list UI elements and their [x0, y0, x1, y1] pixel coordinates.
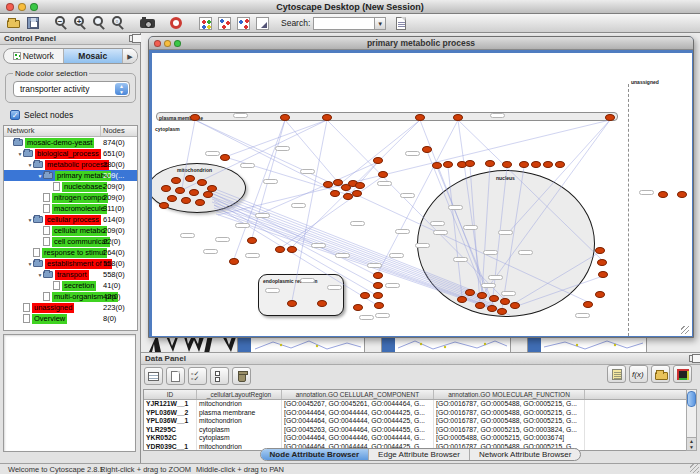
select-nodes-checkbox[interactable]: ✓ [10, 110, 20, 120]
network-view-window[interactable]: primary metabolic process plasma membran… [148, 36, 694, 338]
tree-row[interactable]: ▼primary metabo209(... [4, 170, 137, 181]
attribute-table-header[interactable]: ID_cellularLayoutRegionannotation.GO CEL… [144, 390, 687, 400]
column-header[interactable]: annotation.GO CELLULAR_COMPONENT [282, 390, 434, 399]
tree-header[interactable]: Network Nodes [4, 126, 137, 137]
tab-overflow-arrow-icon[interactable]: ▶ [123, 49, 137, 63]
network-canvas[interactable]: plasma membrane cytoplasm mitochondrion … [152, 53, 692, 336]
graph-node[interactable] [487, 305, 497, 312]
search-dropdown-arrow-icon[interactable]: ▼ [375, 17, 386, 30]
graph-node[interactable] [229, 258, 239, 265]
tree-row[interactable]: ▼cellular process614(0) [4, 214, 137, 225]
tree-row[interactable]: cell communicat22(0) [4, 236, 137, 247]
tree-row[interactable]: response to stimul264(0) [4, 247, 137, 258]
attribute-grid-icon[interactable] [144, 367, 163, 385]
graph-node[interactable] [658, 191, 668, 198]
help-icon[interactable] [168, 15, 186, 31]
tab-mosaic[interactable]: Mosaic [64, 49, 124, 63]
graph-node[interactable] [287, 300, 297, 307]
tree-row[interactable]: ▼establishment of lo558(0) [4, 258, 137, 269]
graph-node[interactable] [510, 302, 520, 309]
network-edges-icon[interactable] [235, 15, 253, 31]
graph-node[interactable] [422, 146, 432, 153]
tree-row[interactable]: nucleobase-209(0) [4, 181, 137, 192]
tree-row[interactable]: multi-organism pro42(0) [4, 291, 137, 302]
graph-node[interactable] [677, 191, 687, 198]
minimize-icon[interactable] [18, 3, 26, 11]
graph-node[interactable] [185, 175, 195, 182]
background-window-fragment[interactable] [381, 336, 511, 353]
graph-node[interactable] [595, 247, 605, 254]
graph-node[interactable] [443, 161, 453, 168]
graph-node[interactable] [531, 161, 541, 168]
graph-node[interactable] [432, 162, 442, 169]
tree-row[interactable]: secretion41(0) [4, 280, 137, 291]
graph-node[interactable] [555, 161, 565, 168]
graph-node[interactable] [373, 157, 383, 164]
graph-node[interactable] [475, 302, 485, 309]
network-nodes-icon[interactable] [216, 15, 234, 31]
node-color-dropdown[interactable]: transporter activity ▲▼ [13, 81, 130, 97]
tree-row[interactable]: cellular metabo209(0) [4, 225, 137, 236]
tab-node-attribute-browser[interactable]: Node Attribute Browser [261, 449, 370, 460]
graph-node[interactable] [207, 185, 217, 192]
tree-row[interactable]: Overview8(0) [4, 313, 137, 324]
tree-row[interactable]: mosaic-demo-yeast874(0) [4, 137, 137, 148]
table-row[interactable]: YKR052Ccytoplasm[GO:0044464, GO:0044446,… [144, 434, 687, 443]
graph-node[interactable] [280, 114, 290, 121]
attribute-matrix-icon[interactable] [673, 365, 692, 383]
graph-node[interactable] [543, 161, 553, 168]
attribute-notes-icon[interactable] [607, 365, 626, 383]
table-row[interactable]: YPL036W__1mitochondrion[GO:0044464, GO:0… [144, 417, 687, 426]
graph-node[interactable] [500, 298, 510, 305]
graph-node[interactable] [161, 185, 171, 192]
background-window-fragment[interactable] [237, 336, 365, 353]
window-resize-grip[interactable] [690, 464, 699, 473]
graph-node[interactable] [465, 289, 475, 296]
float-panel-icon[interactable] [129, 35, 137, 42]
graph-node[interactable] [373, 272, 383, 279]
tree-row[interactable]: ▼biological_process651(0) [4, 148, 137, 159]
graph-node[interactable] [275, 246, 285, 253]
float-panel-icon[interactable] [689, 355, 697, 362]
graph-node[interactable] [287, 246, 297, 253]
graph-node[interactable] [374, 302, 384, 309]
search-input[interactable] [313, 17, 375, 30]
tab-network-attribute-browser[interactable]: Network Attribute Browser [470, 449, 580, 460]
zoom-in-icon[interactable]: + [72, 15, 90, 31]
graph-node[interactable] [519, 161, 529, 168]
graph-node[interactable] [323, 181, 333, 188]
tree-row[interactable]: ▼transport558(0) [4, 269, 137, 280]
network-view-titlebar[interactable]: primary metabolic process [149, 37, 693, 50]
tree-row[interactable]: ▼metabolic process280(0) [4, 159, 137, 170]
graph-node[interactable] [415, 114, 425, 121]
graph-node[interactable] [583, 301, 593, 308]
vizmapper-icon[interactable] [197, 15, 215, 31]
graph-node[interactable] [352, 190, 362, 197]
graph-node[interactable] [189, 189, 199, 196]
frame-zoom-icon[interactable] [174, 40, 181, 47]
graph-node[interactable] [167, 195, 177, 202]
graph-node[interactable] [453, 114, 463, 121]
unselect-attributes-icon[interactable] [210, 367, 229, 385]
attribute-table[interactable]: ID_cellularLayoutRegionannotation.GO CEL… [143, 389, 688, 451]
graph-node[interactable] [598, 271, 608, 278]
zoom-selected-icon[interactable] [91, 15, 109, 31]
graph-node[interactable] [355, 182, 365, 189]
column-header[interactable]: ID [144, 390, 197, 399]
select-attributes-icon[interactable] [188, 367, 207, 385]
annotation-icon[interactable] [254, 15, 272, 31]
graph-node[interactable] [175, 187, 185, 194]
graph-node[interactable] [247, 237, 257, 244]
graph-node[interactable] [181, 197, 191, 204]
tree-row[interactable]: macromolecule311(0) [4, 203, 137, 214]
column-header[interactable] [585, 390, 687, 399]
graph-node[interactable] [485, 160, 495, 167]
function-builder-icon[interactable]: f(x) [629, 365, 648, 383]
graph-node[interactable] [597, 259, 607, 266]
import-attributes-icon[interactable] [651, 365, 670, 383]
graph-node[interactable] [465, 160, 475, 167]
tree-row[interactable]: unassigned223(0) [4, 302, 137, 313]
table-row[interactable]: YJR121W__1mitochondrion[GO:0045267, GO:0… [144, 400, 687, 409]
zoom-fit-icon[interactable]: ▫ [110, 15, 128, 31]
graph-node[interactable] [605, 114, 615, 121]
